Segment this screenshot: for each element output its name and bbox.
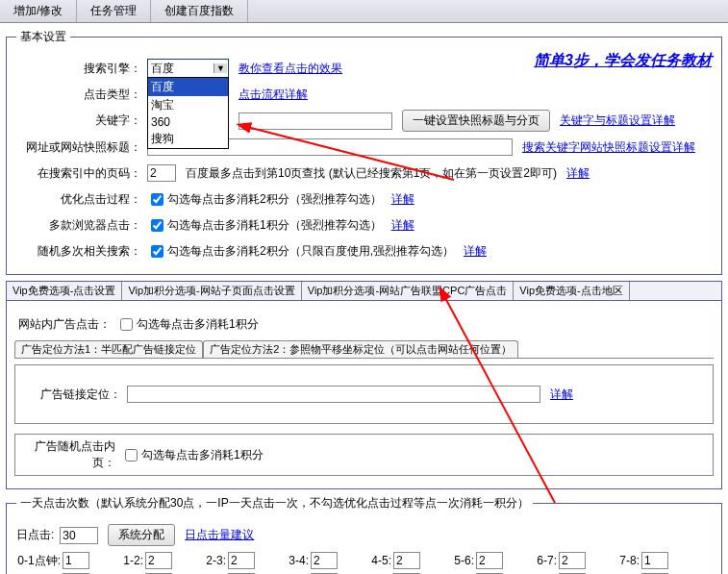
day-suggest-link[interactable]: 日点击量建议 (185, 527, 254, 543)
hour-cell-0: 0-1点钟: (16, 552, 89, 569)
hour-cell-2: 2-3: (182, 552, 255, 569)
hour-grid: 0-1点钟:1-2:2-3:3-4:4-5:5-6:6-7:7-8:8-9:9-… (16, 552, 712, 574)
ad-click-checkbox[interactable] (120, 318, 133, 331)
tab-vip-cpc[interactable]: Vip加积分选项-网站广告联盟CPC广告点击 (302, 282, 515, 300)
menu-task-manage[interactable]: 任务管理 (77, 0, 151, 22)
hour-cell-5: 5-6: (430, 552, 503, 569)
daily-clicks: 一天点击次数（默认系统分配30点，一IP一天点击一次，不勾选优化点击过程等点一次… (6, 495, 722, 574)
url-label: 网址或网站快照标题： (16, 139, 141, 156)
basic-settings: 基本设置 简单3步，学会发任务教材 搜索引擎： 百度 ▼ 百度 淘宝 360 搜… (6, 29, 722, 275)
hour-label: 1-2: (99, 554, 143, 567)
random-label: 随机多次相关搜索： (16, 243, 141, 260)
click-flow-link[interactable]: 点击流程详解 (238, 87, 308, 103)
hour-cell-3: 3-4: (264, 552, 338, 569)
random-text: 勾选每点击多消耗2积分（只限百度使用,强烈推荐勾选） (167, 243, 454, 260)
hour-input-0[interactable] (63, 552, 89, 569)
url-link[interactable]: 搜索关键字网站快照标题设置详解 (522, 139, 695, 156)
daily-legend: 一天点击次数（默认系统分配30点，一IP一天点击一次，不勾选优化点击过程等点一次… (16, 495, 533, 512)
hour-input-6[interactable] (559, 552, 586, 569)
option-sogou[interactable]: 搜狗 (148, 130, 228, 148)
ad-random-text: 勾选每点击多消耗1积分 (141, 447, 264, 463)
page-detail-link[interactable]: 详解 (566, 165, 590, 182)
search-engine-options: 百度 淘宝 360 搜狗 (147, 77, 229, 149)
opt-link[interactable]: 详解 (391, 191, 414, 208)
ad-random-label: 广告随机点击内页： (19, 438, 115, 471)
ad-method-tab-2[interactable]: 广告定位方法2：参照物平移坐标定位（可以点击网站任何位置） (203, 340, 518, 358)
hour-input-4[interactable] (393, 552, 420, 569)
hour-input-5[interactable] (476, 552, 503, 569)
system-alloc-button[interactable]: 系统分配 (108, 524, 175, 546)
ad-locate-link[interactable]: 详解 (550, 387, 573, 403)
page-input[interactable] (147, 164, 176, 182)
hour-cell-6: 6-7: (513, 552, 586, 569)
promo-link[interactable]: 简单3步，学会发任务教材 (534, 51, 712, 71)
browser-text: 勾选每点击多消耗1积分（强烈推荐勾选） (167, 217, 382, 234)
opt-text: 勾选每点击多消耗2积分（强烈推荐勾选） (167, 191, 382, 208)
ad-method-tabs: 广告定位方法1：半匹配广告链接定位 广告定位方法2：参照物平移坐标定位（可以点击… (14, 340, 714, 359)
page-label: 在搜索引中的页码： (16, 165, 141, 182)
search-engine-selected: 百度 (151, 61, 174, 77)
ad-locate-label: 广告链接定位： (25, 387, 121, 403)
hour-label: 0-1点钟: (16, 553, 61, 569)
menu-add-edit[interactable]: 增加/修改 (0, 0, 77, 22)
hour-cell-7: 7-8: (595, 552, 668, 569)
ad-locate-box: 广告链接定位： 详解 (14, 364, 714, 424)
browser-link[interactable]: 详解 (391, 217, 414, 234)
vip-subpanel: 网站内广告点击： 勾选每点击多消耗1积分 广告定位方法1：半匹配广告链接定位 广… (6, 301, 722, 489)
hour-label: 2-3: (182, 554, 226, 567)
ad-random-checkbox[interactable] (125, 449, 138, 462)
search-engine-label: 搜索引擎： (16, 61, 141, 77)
keyword-link[interactable]: 关键字与标题设置详解 (560, 112, 675, 129)
day-click-input[interactable] (60, 527, 98, 544)
opt-checkbox[interactable] (151, 193, 163, 206)
search-engine-select[interactable]: 百度 ▼ 百度 淘宝 360 搜狗 (147, 59, 229, 79)
hour-input-1[interactable] (145, 552, 172, 569)
ad-click-text: 勾选每点击多消耗1积分 (137, 316, 259, 333)
ad-method-tab-1[interactable]: 广告定位方法1：半匹配广告链接定位 (14, 340, 203, 358)
page-note: 百度最多点击到第10页查找 (默认已经搜索第1页，如在第一页设置2即可) (186, 165, 557, 182)
vip-tabs: Vip免费选项-点击设置 Vip加积分选项-网站子页面点击设置 Vip加积分选项… (6, 281, 722, 301)
option-360[interactable]: 360 (148, 114, 228, 130)
ad-locate-input[interactable] (127, 386, 540, 403)
hour-label: 3-4: (264, 554, 309, 567)
hour-input-2[interactable] (228, 552, 255, 569)
hour-label: 6-7: (513, 554, 557, 567)
hour-label: 5-6: (430, 554, 474, 567)
tab-vip-subpage[interactable]: Vip加积分选项-网站子页面点击设置 (122, 282, 301, 300)
chevron-down-icon[interactable]: ▼ (213, 63, 227, 73)
keyword-label: 关键字： (16, 112, 141, 129)
hour-cell-1: 1-2: (99, 552, 172, 569)
hour-cell-4: 4-5: (347, 552, 420, 569)
browser-checkbox[interactable] (151, 219, 163, 232)
hour-input-7[interactable] (641, 552, 668, 569)
menu-create-index[interactable]: 创建百度指数 (151, 0, 248, 22)
hour-label: 7-8: (595, 554, 640, 567)
option-taobao[interactable]: 淘宝 (148, 96, 228, 114)
basic-legend: 基本设置 (16, 29, 70, 45)
ad-click-label: 网站内广告点击： (14, 316, 111, 333)
tab-vip-region[interactable]: Vip免费选项-点击地区 (514, 282, 629, 300)
quick-set-button[interactable]: 一键设置快照标题与分页 (402, 110, 550, 132)
menubar: 增加/修改 任务管理 创建百度指数 (0, 0, 728, 23)
keyword-input[interactable] (238, 112, 392, 130)
click-type-label: 点击类型： (16, 87, 141, 103)
option-baidu[interactable]: 百度 (148, 78, 228, 96)
hour-label: 4-5: (347, 554, 391, 567)
day-click-label: 日点击: (16, 527, 54, 543)
random-link[interactable]: 详解 (464, 243, 487, 260)
teach-link[interactable]: 教你查看点击的效果 (238, 61, 342, 77)
tab-vip-click[interactable]: Vip免费选项-点击设置 (7, 282, 122, 300)
hour-input-3[interactable] (311, 552, 338, 569)
browser-label: 多款浏览器点击： (16, 217, 141, 234)
opt-label: 优化点击过程： (16, 191, 141, 208)
random-checkbox[interactable] (151, 245, 163, 258)
